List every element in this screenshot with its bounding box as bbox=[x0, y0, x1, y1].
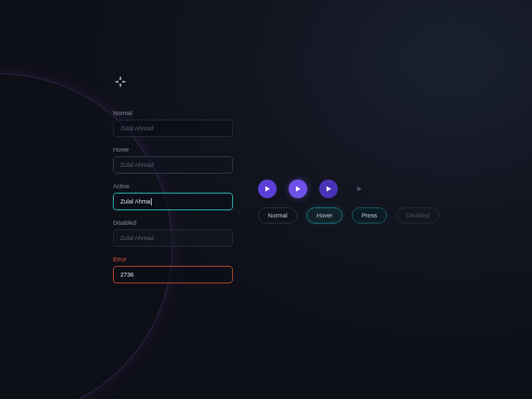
play-button-disabled bbox=[350, 180, 368, 198]
input-normal[interactable] bbox=[113, 120, 233, 137]
play-icon bbox=[355, 185, 363, 193]
field-label-error: Error bbox=[113, 256, 233, 263]
field-active: Active Zulal Ahma bbox=[113, 183, 233, 210]
play-button-hover[interactable] bbox=[289, 180, 307, 198]
field-label-active: Active bbox=[113, 183, 233, 190]
input-disabled bbox=[113, 229, 233, 247]
field-normal: Normal bbox=[113, 110, 233, 137]
field-disabled: Disabled bbox=[113, 219, 233, 247]
input-hover[interactable] bbox=[113, 156, 233, 174]
field-hover: Hover bbox=[113, 146, 233, 174]
pill-button-press[interactable]: Press bbox=[352, 207, 387, 223]
pill-button-normal[interactable]: Normal bbox=[258, 207, 297, 223]
input-active[interactable]: Zulal Ahma bbox=[113, 193, 233, 210]
pill-button-hover[interactable]: Hover bbox=[307, 207, 342, 223]
svg-point-0 bbox=[118, 80, 122, 84]
pill-label: Disabled bbox=[406, 212, 430, 219]
pill-label: Hover bbox=[317, 212, 332, 219]
field-label-hover: Hover bbox=[113, 146, 233, 153]
field-error: Error bbox=[113, 256, 233, 283]
logo-icon bbox=[113, 74, 128, 89]
input-states-column: Normal Hover Active Zulal Ahma Disabled … bbox=[113, 110, 233, 293]
pill-button-states-row: Normal Hover Press Disabled bbox=[258, 207, 440, 223]
text-caret bbox=[151, 198, 152, 205]
icon-button-states-row bbox=[258, 180, 368, 198]
pill-label: Normal bbox=[268, 212, 287, 219]
input-active-value: Zulal Ahma bbox=[120, 198, 150, 205]
play-button-press[interactable] bbox=[319, 180, 338, 198]
input-error[interactable] bbox=[113, 266, 233, 283]
field-label-normal: Normal bbox=[113, 110, 233, 116]
play-icon bbox=[325, 185, 332, 193]
play-icon bbox=[263, 185, 271, 193]
pill-button-disabled: Disabled bbox=[396, 207, 440, 223]
play-button-normal[interactable] bbox=[258, 180, 277, 198]
pill-label: Press bbox=[362, 212, 377, 219]
field-label-disabled: Disabled bbox=[113, 219, 233, 226]
play-icon bbox=[294, 185, 302, 193]
